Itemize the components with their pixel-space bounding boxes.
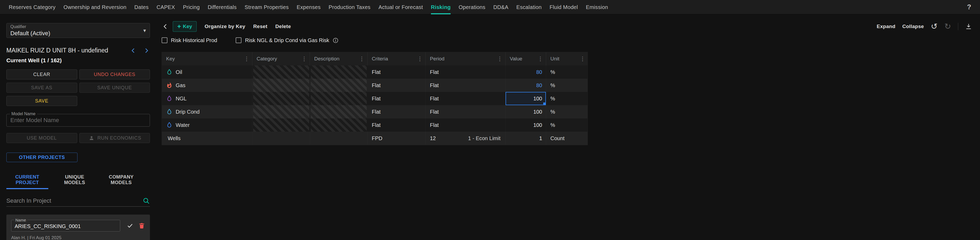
- unit-cell[interactable]: %: [546, 65, 588, 79]
- organize-by-key-button[interactable]: Organize by Key: [205, 24, 245, 29]
- kebab-icon[interactable]: ⋮: [580, 55, 588, 62]
- save-unique-button[interactable]: SAVE UNIQUE: [80, 83, 150, 93]
- key-cell[interactable]: Oil: [162, 65, 252, 79]
- use-model-button[interactable]: USE MODEL: [6, 133, 77, 143]
- risk-ngl-checkbox[interactable]: [235, 37, 242, 43]
- criteria-cell[interactable]: Flat: [368, 118, 426, 132]
- save-button[interactable]: SAVE: [6, 96, 77, 106]
- kebab-icon[interactable]: ⋮: [301, 55, 310, 62]
- nav-item-dates[interactable]: Dates: [134, 0, 149, 14]
- search-input[interactable]: [6, 197, 143, 204]
- model-card[interactable]: Name Alan H. | Fri Aug 01 2025: [6, 215, 150, 240]
- category-cell[interactable]: [252, 118, 310, 132]
- nav-item-actual-or-forecast[interactable]: Actual or Forecast: [379, 0, 423, 14]
- nav-item-capex[interactable]: CAPEX: [157, 0, 175, 14]
- expand-button[interactable]: Expand: [877, 24, 895, 29]
- run-economics-button[interactable]: RUN ECONOMICS: [80, 133, 150, 143]
- nav-item-ownership-and-reversion[interactable]: Ownership and Reversion: [64, 0, 126, 14]
- criteria-cell[interactable]: Flat: [368, 92, 426, 105]
- value-cell[interactable]: 80: [506, 65, 546, 79]
- confirm-rename-icon[interactable]: [127, 222, 134, 229]
- nav-item-reserves-category[interactable]: Reserves Category: [9, 0, 56, 14]
- tab-company-models[interactable]: COMPANY MODELS: [101, 171, 142, 189]
- reset-button[interactable]: Reset: [253, 24, 267, 29]
- delete-button[interactable]: Delete: [275, 24, 291, 29]
- category-cell[interactable]: [252, 79, 310, 92]
- description-cell[interactable]: [310, 105, 368, 118]
- key-cell[interactable]: Gas: [162, 79, 252, 92]
- help-icon[interactable]: ?: [967, 3, 971, 11]
- value-cell-selected[interactable]: 100: [506, 92, 546, 105]
- period-cell[interactable]: Flat: [426, 65, 506, 79]
- download-icon[interactable]: [965, 23, 972, 30]
- period-cell[interactable]: 121 - Econ Limit: [426, 132, 506, 145]
- category-cell[interactable]: [252, 132, 310, 145]
- nav-item-escalation[interactable]: Escalation: [516, 0, 542, 14]
- clear-button[interactable]: CLEAR: [6, 69, 77, 79]
- key-cell[interactable]: NGL: [162, 92, 252, 105]
- chevron-left-icon[interactable]: [162, 23, 169, 30]
- unit-cell[interactable]: %: [546, 105, 588, 118]
- description-cell[interactable]: [310, 79, 368, 92]
- period-cell[interactable]: Flat: [426, 105, 506, 118]
- previous-well-button[interactable]: [130, 47, 137, 54]
- criteria-cell[interactable]: Flat: [368, 79, 426, 92]
- search-icon[interactable]: [143, 197, 150, 205]
- key-cell[interactable]: Drip Cond: [162, 105, 252, 118]
- nav-item-dda[interactable]: DD&A: [493, 0, 508, 14]
- description-cell[interactable]: [310, 65, 368, 79]
- nav-item-risking[interactable]: Risking: [431, 0, 450, 14]
- nav-item-stream-properties[interactable]: Stream Properties: [245, 0, 289, 14]
- description-cell[interactable]: [310, 132, 368, 145]
- risk-historical-prod-checkbox[interactable]: [162, 37, 167, 43]
- qualifier-select[interactable]: Qualifier Default (Active) ▾: [6, 23, 150, 38]
- nav-item-operations[interactable]: Operations: [458, 0, 485, 14]
- save-as-button[interactable]: SAVE AS: [6, 83, 77, 93]
- value-cell[interactable]: 100: [506, 118, 546, 132]
- undo-changes-button[interactable]: UNDO CHANGES: [80, 69, 150, 79]
- unit-cell[interactable]: %: [546, 92, 588, 105]
- criteria-cell[interactable]: FPD: [368, 132, 426, 145]
- kebab-icon[interactable]: ⋮: [244, 55, 252, 62]
- unit-cell[interactable]: %: [546, 79, 588, 92]
- category-cell[interactable]: [252, 65, 310, 79]
- other-projects-button[interactable]: OTHER PROJECTS: [6, 153, 78, 162]
- nav-item-emission[interactable]: Emission: [586, 0, 608, 14]
- delete-model-icon[interactable]: [138, 222, 145, 229]
- period-cell[interactable]: Flat: [426, 92, 506, 105]
- model-card-name-input[interactable]: [11, 220, 120, 231]
- category-cell[interactable]: [252, 92, 310, 105]
- kebab-icon[interactable]: ⋮: [417, 55, 425, 62]
- category-cell[interactable]: [252, 105, 310, 118]
- nav-item-pricing[interactable]: Pricing: [183, 0, 200, 14]
- unit-cell[interactable]: Count: [546, 132, 588, 145]
- nav-item-expenses[interactable]: Expenses: [297, 0, 321, 14]
- nav-item-production-taxes[interactable]: Production Taxes: [329, 0, 371, 14]
- period-cell[interactable]: Flat: [426, 118, 506, 132]
- redo-icon[interactable]: ↻: [945, 22, 951, 30]
- description-cell[interactable]: [310, 92, 368, 105]
- tab-unique-models[interactable]: UNIQUE MODELS: [57, 171, 92, 189]
- description-cell[interactable]: [310, 118, 368, 132]
- value-cell[interactable]: 100: [506, 105, 546, 118]
- add-key-button[interactable]: + Key: [173, 21, 197, 32]
- undo-icon[interactable]: ↺: [931, 22, 937, 30]
- info-icon[interactable]: [332, 37, 339, 43]
- collapse-button[interactable]: Collapse: [902, 24, 924, 29]
- droplet-icon: [165, 68, 173, 76]
- next-well-button[interactable]: [143, 47, 150, 54]
- kebab-icon[interactable]: ⋮: [497, 55, 505, 62]
- kebab-icon[interactable]: ⋮: [359, 55, 367, 62]
- value-cell[interactable]: 80: [506, 79, 546, 92]
- nav-item-differentials[interactable]: Differentials: [208, 0, 237, 14]
- kebab-icon[interactable]: ⋮: [538, 55, 546, 62]
- criteria-cell[interactable]: Flat: [368, 105, 426, 118]
- key-cell[interactable]: Wells: [162, 132, 252, 145]
- key-cell[interactable]: Water: [162, 118, 252, 132]
- unit-cell[interactable]: %: [546, 118, 588, 132]
- criteria-cell[interactable]: Flat: [368, 65, 426, 79]
- period-cell[interactable]: Flat: [426, 79, 506, 92]
- nav-item-fluid-model[interactable]: Fluid Model: [550, 0, 578, 14]
- value-cell[interactable]: 1: [506, 132, 546, 145]
- tab-current-project[interactable]: CURRENT PROJECT: [6, 171, 48, 189]
